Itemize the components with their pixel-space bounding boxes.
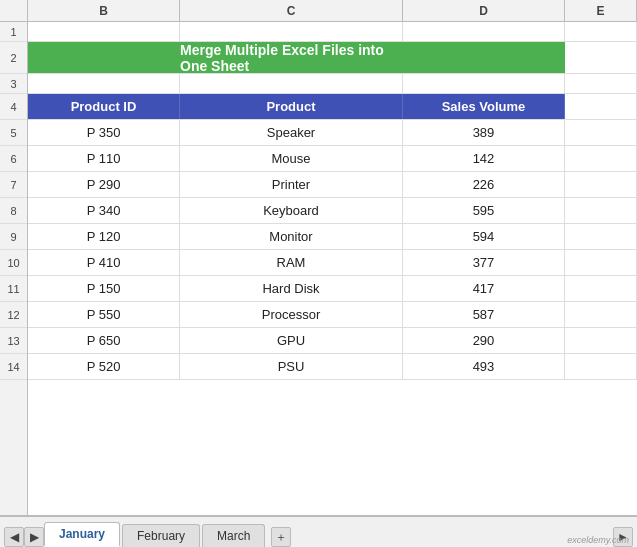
cell-e4	[565, 94, 637, 119]
cell-sales-9: 594	[403, 224, 565, 249]
grid: Merge Multiple Excel Files into One Shee…	[28, 22, 637, 515]
cell-product-id-5: P 350	[28, 120, 180, 145]
row-num-6: 6	[0, 146, 27, 172]
cell-product-id-14: P 520	[28, 354, 180, 379]
cell-e8	[565, 198, 637, 223]
cell-e13	[565, 328, 637, 353]
cell-product-10: RAM	[180, 250, 403, 275]
row-num-4: 4	[0, 94, 27, 120]
cell-e9	[565, 224, 637, 249]
cell-product-7: Printer	[180, 172, 403, 197]
header-sales-volume: Sales Volume	[403, 94, 565, 119]
cell-title-c2: Merge Multiple Excel Files into One Shee…	[180, 42, 403, 73]
row-num-3: 3	[0, 74, 27, 94]
cell-e12	[565, 302, 637, 327]
cell-product-id-8: P 340	[28, 198, 180, 223]
cell-product-id-11: P 150	[28, 276, 180, 301]
watermark: exceldemy.com	[567, 535, 629, 545]
row-num-10: 10	[0, 250, 27, 276]
cell-e6	[565, 146, 637, 171]
cell-product-13: GPU	[180, 328, 403, 353]
cell-sales-11: 417	[403, 276, 565, 301]
cell-e10	[565, 250, 637, 275]
cell-sales-5: 389	[403, 120, 565, 145]
cell-product-id-9: P 120	[28, 224, 180, 249]
cell-product-id-6: P 110	[28, 146, 180, 171]
row-num-13: 13	[0, 328, 27, 354]
table-row: P 520 PSU 493	[28, 354, 637, 380]
row-num-7: 7	[0, 172, 27, 198]
table-row: P 410 RAM 377	[28, 250, 637, 276]
cell-product-6: Mouse	[180, 146, 403, 171]
cell-b3	[28, 74, 180, 93]
column-ruler: B C D E	[0, 0, 637, 22]
cell-e7	[565, 172, 637, 197]
spreadsheet-title: Merge Multiple Excel Files into One Shee…	[180, 42, 403, 74]
cell-sales-12: 587	[403, 302, 565, 327]
cell-product-id-13: P 650	[28, 328, 180, 353]
cell-product-id-7: P 290	[28, 172, 180, 197]
sheet-tabs-bar: ◀ ▶ January February March ＋ ► exceldemy…	[0, 515, 637, 547]
row-num-1: 1	[0, 22, 27, 42]
table-row: P 350 Speaker 389	[28, 120, 637, 146]
cell-sales-10: 377	[403, 250, 565, 275]
tab-prev-button[interactable]: ◀	[4, 527, 24, 547]
cell-c3	[180, 74, 403, 93]
grid-row-2: Merge Multiple Excel Files into One Shee…	[28, 42, 637, 74]
cell-e1	[565, 22, 637, 41]
corner-cell	[0, 0, 28, 21]
col-header-b: B	[28, 0, 180, 21]
cell-title-d2	[403, 42, 565, 73]
row-num-12: 12	[0, 302, 27, 328]
row-num-5: 5	[0, 120, 27, 146]
cell-b1	[28, 22, 180, 41]
cell-title-b2	[28, 42, 180, 73]
grid-row-4: Product ID Product Sales Volume	[28, 94, 637, 120]
spreadsheet-body: 1 2 3 4 5 6 7 8 9 10 11 12 13 14 Merge M…	[0, 22, 637, 515]
cell-product-9: Monitor	[180, 224, 403, 249]
cell-e5	[565, 120, 637, 145]
row-num-8: 8	[0, 198, 27, 224]
grid-row-3	[28, 74, 637, 94]
cell-c1	[180, 22, 403, 41]
row-num-14: 14	[0, 354, 27, 380]
col-header-c: C	[180, 0, 403, 21]
table-row: P 650 GPU 290	[28, 328, 637, 354]
row-numbers: 1 2 3 4 5 6 7 8 9 10 11 12 13 14	[0, 22, 28, 515]
table-row: P 120 Monitor 594	[28, 224, 637, 250]
table-row: P 110 Mouse 142	[28, 146, 637, 172]
grid-row-1	[28, 22, 637, 42]
row-num-11: 11	[0, 276, 27, 302]
table-row: P 150 Hard Disk 417	[28, 276, 637, 302]
cell-product-11: Hard Disk	[180, 276, 403, 301]
table-row: P 290 Printer 226	[28, 172, 637, 198]
row-num-2: 2	[0, 42, 27, 74]
header-product-id: Product ID	[28, 94, 180, 119]
tab-next-button[interactable]: ▶	[24, 527, 44, 547]
col-header-e: E	[565, 0, 637, 21]
row-num-9: 9	[0, 224, 27, 250]
cell-e11	[565, 276, 637, 301]
tab-march[interactable]: March	[202, 524, 265, 547]
tab-january[interactable]: January	[44, 522, 120, 547]
cell-sales-8: 595	[403, 198, 565, 223]
cell-product-id-12: P 550	[28, 302, 180, 327]
cell-sales-14: 493	[403, 354, 565, 379]
cell-product-id-10: P 410	[28, 250, 180, 275]
cell-sales-6: 142	[403, 146, 565, 171]
cell-d1	[403, 22, 565, 41]
cell-product-8: Keyboard	[180, 198, 403, 223]
cell-product-12: Processor	[180, 302, 403, 327]
header-product: Product	[180, 94, 403, 119]
cell-product-5: Speaker	[180, 120, 403, 145]
table-row: P 550 Processor 587	[28, 302, 637, 328]
add-sheet-button[interactable]: ＋	[271, 527, 291, 547]
cell-e2	[565, 42, 637, 73]
cell-d3	[403, 74, 565, 93]
col-header-d: D	[403, 0, 565, 21]
table-row: P 340 Keyboard 595	[28, 198, 637, 224]
cell-sales-13: 290	[403, 328, 565, 353]
cell-e3	[565, 74, 637, 93]
cell-e14	[565, 354, 637, 379]
tab-february[interactable]: February	[122, 524, 200, 547]
